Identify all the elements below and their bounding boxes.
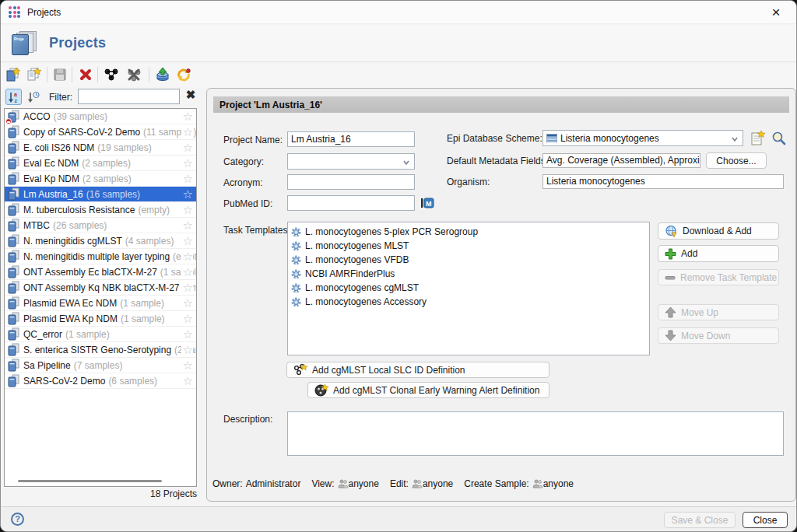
pubmed-icon[interactable]: M — [420, 196, 434, 209]
database-upload-icon[interactable] — [153, 65, 172, 84]
project-list-item[interactable]: S. enterica SISTR Geno-Serotyping (2 sam… — [5, 342, 196, 358]
download-add-button[interactable]: Download & Add — [658, 222, 779, 240]
move-down-button[interactable]: Move Down — [658, 327, 779, 344]
remove-task-template-button[interactable]: Remove Task Template — [658, 269, 779, 285]
task-template-name: L. monocytogenes MLST — [305, 240, 409, 251]
favorite-star-icon[interactable]: ☆ — [181, 265, 193, 279]
project-list-item[interactable]: Lm Austria_16 (16 samples) ☆ — [5, 187, 196, 202]
sort-alphabetical-icon[interactable]: az — [5, 89, 22, 105]
save-icon[interactable] — [51, 65, 69, 84]
project-list-item[interactable]: Eval Kp NDM (2 samples) ☆ — [5, 171, 196, 187]
add-button[interactable]: Add — [658, 245, 779, 262]
arrow-down-icon — [665, 330, 676, 341]
project-name-input[interactable] — [287, 131, 415, 147]
favorite-star-icon[interactable]: ☆ — [181, 125, 193, 139]
pubmed-input[interactable] — [287, 195, 415, 211]
favorite-star-icon[interactable]: ☆ — [181, 374, 193, 388]
projects-icon — [12, 31, 40, 56]
add-ewa-definition-button[interactable]: Add cgMLST Clonal Early Warning Alert De… — [307, 382, 549, 398]
project-list-item[interactable]: ONT Assembly Kq NBK blaCTX-M-27 (empty) … — [5, 280, 196, 296]
save-and-close-button[interactable]: Save & Close — [664, 512, 736, 528]
task-template-item[interactable]: L. monocytogenes 5-plex PCR Serogroup — [288, 225, 649, 239]
favorite-star-icon[interactable]: ☆ — [181, 156, 193, 170]
epi-scheme-label: Epi Database Scheme: — [447, 133, 542, 144]
assign-task-templates-icon[interactable] — [102, 65, 121, 84]
project-sample-count: (26 samples) — [53, 220, 107, 231]
edit-value: anyone — [423, 478, 453, 489]
permissions-row: Owner: Administrator View: anyone Edit: … — [212, 478, 788, 490]
project-list-item[interactable]: Plasmid EWA Kp NDM (1 sample) ☆ — [5, 311, 196, 327]
owner-label: Owner: — [212, 478, 243, 489]
project-list-item[interactable]: ONT Assembly Ec blaCTX-M-27 (1 sample) ☆ — [5, 264, 196, 280]
project-icon — [7, 156, 20, 170]
people-icon — [412, 479, 423, 488]
slc-cluster-icon — [293, 363, 307, 376]
project-list-item[interactable]: SARS-CoV-2 Demo (6 samples) ☆ — [5, 373, 196, 389]
sync-keys-icon[interactable] — [174, 65, 193, 84]
horizontal-scrollbar[interactable] — [18, 480, 162, 482]
favorite-star-icon[interactable]: ☆ — [181, 141, 193, 155]
project-list-item[interactable]: M. tuberculosis Resistance (empty) ☆ — [5, 202, 196, 218]
favorite-star-icon[interactable]: ☆ — [181, 234, 193, 248]
view-value: anyone — [349, 478, 379, 489]
choose-metadata-button[interactable]: Choose... — [706, 152, 767, 169]
project-list-item[interactable]: Eval Ec NDM (2 samples) ☆ — [5, 156, 196, 171]
svg-text:z: z — [14, 98, 17, 103]
favorite-star-icon[interactable]: ☆ — [181, 359, 193, 373]
category-label: Category: — [223, 156, 264, 167]
project-name: ONT Assembly Kq NBK blaCTX-M-27 — [23, 282, 180, 293]
description-textarea[interactable] — [287, 411, 784, 456]
edit-scheme-icon[interactable] — [750, 130, 765, 145]
project-icon — [7, 343, 20, 356]
category-dropdown[interactable] — [287, 153, 415, 170]
favorite-star-icon[interactable]: ☆ — [181, 312, 193, 326]
window-close-icon[interactable]: × — [767, 3, 785, 22]
project-list-item[interactable]: MTBC (26 samples) ☆ — [5, 218, 196, 233]
delete-icon[interactable] — [76, 65, 95, 84]
acronym-input[interactable] — [287, 174, 415, 190]
project-name: SARS-CoV-2 Demo — [23, 376, 105, 387]
filter-input[interactable] — [78, 89, 180, 104]
favorite-star-icon[interactable]: ☆ — [181, 250, 193, 264]
add-slc-definition-button[interactable]: Add cgMLST Local SLC ID Definition — [286, 362, 549, 378]
project-list-item[interactable]: N. meningitidis cgMLST (4 samples) ☆ — [5, 233, 196, 249]
svg-text:a: a — [14, 92, 17, 97]
task-template-item[interactable]: L. monocytogenes Accessory — [288, 295, 649, 309]
task-template-item[interactable]: L. monocytogenes cgMLST — [288, 281, 649, 295]
project-sample-count: (4 samples) — [125, 236, 174, 247]
project-list-item[interactable]: Plasmid EWA Ec NDM (1 sample) ☆ — [5, 296, 196, 311]
project-list-item[interactable]: E. coli IS26 NDM (19 samples) ☆ — [5, 140, 196, 156]
move-up-button[interactable]: Move Up — [658, 304, 779, 320]
sort-by-date-icon[interactable] — [25, 89, 41, 105]
epi-scheme-dropdown[interactable]: Listeria monocytogenes — [542, 130, 743, 146]
project-list-item[interactable]: Sa Pipeline (7 samples) ☆ — [5, 358, 196, 373]
favorite-star-icon[interactable]: ☆ — [181, 343, 193, 357]
favorite-star-icon[interactable]: ☆ — [181, 296, 193, 310]
remove-assignment-icon[interactable] — [125, 65, 143, 84]
clear-filter-icon[interactable]: ✖ — [184, 88, 198, 103]
task-template-item[interactable]: L. monocytogenes MLST — [288, 239, 649, 253]
project-sample-count: (19 samples) — [97, 142, 151, 153]
favorite-star-icon[interactable]: ☆ — [181, 203, 193, 217]
favorite-star-icon[interactable]: ☆ — [181, 187, 193, 201]
favorite-star-icon[interactable]: ☆ — [181, 219, 193, 233]
project-icon — [7, 141, 20, 154]
project-sample-count: (2 samples) — [83, 173, 132, 184]
view-scheme-icon[interactable] — [771, 131, 786, 145]
help-icon[interactable]: ? — [11, 513, 24, 526]
task-template-item[interactable]: L. monocytogenes VFDB — [288, 253, 649, 267]
favorite-star-icon[interactable]: ☆ — [181, 110, 193, 124]
project-list-item[interactable]: QC_error (1 sample) ☆ — [5, 327, 196, 342]
project-list-item[interactable]: Copy of SARS-CoV-2 Demo (11 samples) ☆ — [5, 124, 196, 140]
new-project-icon[interactable] — [3, 65, 22, 84]
favorite-star-icon[interactable]: ☆ — [181, 172, 193, 186]
project-list-item[interactable]: N. meningitidis multiple layer typing (e… — [5, 249, 196, 264]
task-template-gear-icon — [291, 269, 301, 279]
copy-project-icon[interactable] — [24, 65, 43, 84]
project-list-item[interactable]: ACCO (39 samples) ☆ — [5, 109, 196, 124]
favorite-star-icon[interactable]: ☆ — [181, 281, 193, 295]
default-metadata-label: Default Metadata Fields: — [447, 156, 548, 166]
close-button[interactable]: Close — [743, 512, 788, 528]
favorite-star-icon[interactable]: ☆ — [181, 327, 193, 341]
task-template-item[interactable]: NCBI AMRFinderPlus — [288, 267, 649, 281]
